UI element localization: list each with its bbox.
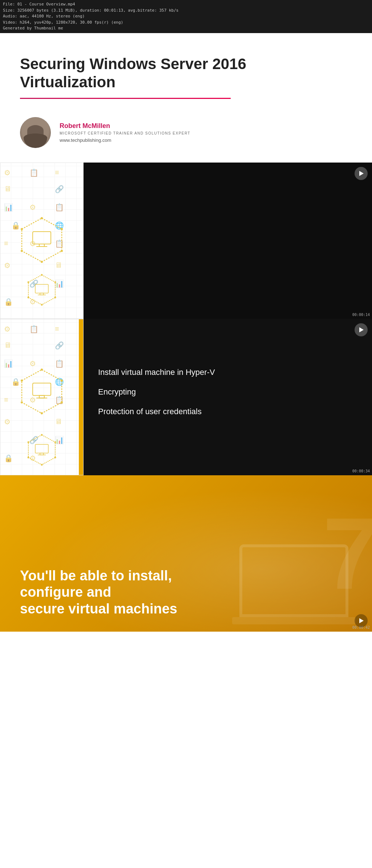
svg-rect-2 bbox=[39, 244, 44, 247]
hexagon-icon bbox=[18, 216, 65, 265]
svg-point-26 bbox=[61, 401, 63, 404]
tech-icon: 📋 bbox=[29, 325, 39, 333]
content-item-3: Protection of user credentials bbox=[98, 407, 357, 416]
content-panel-dark: Install virtual machine in Hyper-V Encry… bbox=[84, 319, 372, 475]
author-name: Robert McMillen bbox=[60, 122, 190, 130]
hexagon-icon-4 bbox=[25, 433, 58, 468]
tech-icon: 📋 bbox=[55, 359, 64, 368]
svg-point-17 bbox=[41, 304, 43, 306]
tech-icon: 🔗 bbox=[55, 185, 64, 193]
play-button-1[interactable] bbox=[355, 167, 368, 180]
hex-svg-2 bbox=[25, 273, 58, 306]
golden-heading: You'll be able to install, configure and… bbox=[20, 568, 231, 617]
svg-point-35 bbox=[54, 441, 56, 443]
svg-point-36 bbox=[54, 457, 56, 459]
tech-icon: 📊 bbox=[4, 203, 13, 212]
play-triangle-1 bbox=[359, 171, 364, 176]
timestamp-2: 00:00:34 bbox=[352, 469, 370, 473]
video-frame-1: ⚙ 📋 ≡ 🖥 🔗 📊 ⚙ 📋 🔒 🌐 ≡ ⚙ 📋 ⚙ 🖥 🔗 📊 🔒 ⚙ bbox=[0, 163, 372, 319]
title-divider bbox=[20, 98, 231, 99]
tech-icon: ⚙ bbox=[4, 325, 11, 333]
svg-rect-11 bbox=[35, 284, 48, 293]
tech-icon: ≡ bbox=[55, 168, 59, 177]
avatar bbox=[20, 117, 51, 148]
pattern-panel-2: ⚙ 📋 ≡ 🖥 🔗 📊 ⚙ 📋 🔒 🌐 ≡ ⚙ 📋 ⚙ 🖥 🔗 📊 🔒 ⚙ bbox=[0, 319, 84, 475]
svg-point-14 bbox=[41, 274, 43, 276]
video-frame-2: ⚙ 📋 ≡ 🖥 🔗 📊 ⚙ 📋 🔒 🌐 ≡ ⚙ 📋 ⚙ 🖥 🔗 📊 🔒 ⚙ bbox=[0, 319, 372, 475]
tech-icon: ⚙ bbox=[4, 168, 11, 177]
file-info-line3: Audio: aac, 44100 Hz, stereo (eng) bbox=[3, 13, 369, 20]
pattern-panel-1: ⚙ 📋 ≡ 🖥 🔗 📊 ⚙ 📋 🔒 🌐 ≡ ⚙ 📋 ⚙ 🖥 🔗 📊 🔒 ⚙ bbox=[0, 163, 84, 319]
tech-icon: 🖥 bbox=[55, 417, 62, 426]
content-item-2: Encrypting bbox=[98, 387, 357, 397]
tech-icon: 🔒 bbox=[4, 297, 13, 306]
hex-svg bbox=[18, 216, 65, 264]
svg-point-24 bbox=[41, 369, 43, 371]
hex-svg-3 bbox=[18, 368, 65, 415]
author-website: www.techpublishing.com bbox=[60, 137, 190, 143]
svg-point-38 bbox=[28, 457, 29, 459]
video-frame-3: 7 You'll be able to install, configure a… bbox=[0, 475, 372, 632]
file-info-bar: File: 01 - Course Overview.mp4 Size: 325… bbox=[0, 0, 372, 33]
course-title: Securing Windows Server 2016 Virtualizat… bbox=[20, 55, 352, 92]
svg-point-15 bbox=[54, 281, 56, 283]
svg-marker-20 bbox=[22, 370, 62, 413]
svg-point-37 bbox=[41, 464, 43, 466]
play-triangle-2 bbox=[359, 327, 364, 332]
play-button-2[interactable] bbox=[355, 323, 368, 336]
laptop-screen bbox=[239, 544, 348, 617]
tech-icon: ≡ bbox=[4, 396, 8, 404]
svg-point-16 bbox=[54, 297, 56, 299]
play-triangle-3 bbox=[359, 618, 364, 623]
tech-icon: ⚙ bbox=[29, 359, 36, 368]
svg-marker-30 bbox=[28, 435, 55, 465]
tech-icon: 🖥 bbox=[4, 185, 11, 193]
svg-point-9 bbox=[21, 228, 23, 230]
svg-point-8 bbox=[21, 250, 23, 252]
svg-point-18 bbox=[28, 297, 29, 299]
avatar-image bbox=[20, 117, 51, 148]
author-row: Robert McMillen MICROSOFT CERTIFIED TRAI… bbox=[20, 117, 352, 148]
content-item-1: Install virtual machine in Hyper-V bbox=[98, 368, 357, 377]
tech-icon: ⚙ bbox=[4, 261, 11, 270]
author-info: Robert McMillen MICROSOFT CERTIFIED TRAI… bbox=[60, 122, 190, 143]
tech-icon: ⚙ bbox=[29, 203, 36, 212]
hex-svg-4 bbox=[25, 433, 58, 466]
laptop-base bbox=[232, 617, 356, 624]
tech-icon: 📋 bbox=[55, 203, 64, 212]
svg-rect-31 bbox=[35, 444, 48, 453]
svg-point-7 bbox=[41, 261, 43, 263]
svg-rect-22 bbox=[39, 396, 44, 398]
svg-rect-21 bbox=[33, 383, 51, 396]
file-info-line1: File: 01 - Course Overview.mp4 bbox=[3, 1, 369, 8]
svg-point-4 bbox=[41, 217, 43, 219]
tech-icon: 📊 bbox=[4, 359, 13, 368]
svg-point-5 bbox=[61, 228, 63, 230]
tech-icon: 🔗 bbox=[55, 341, 64, 350]
timestamp-1: 00:00:14 bbox=[352, 313, 370, 317]
tech-icon: ⚙ bbox=[4, 417, 11, 426]
hexagon-icon-2 bbox=[25, 273, 58, 308]
title-slide: Securing Windows Server 2016 Virtualizat… bbox=[0, 33, 372, 163]
file-info-line4: Video: h264, yuv420p, 1280x720, 30.00 fp… bbox=[3, 20, 369, 26]
svg-point-29 bbox=[21, 380, 23, 382]
tech-icon: ≡ bbox=[4, 239, 8, 248]
svg-marker-0 bbox=[22, 218, 62, 262]
author-title: MICROSOFT CERTIFIED TRAINER AND SOLUTION… bbox=[60, 131, 190, 135]
golden-content: You'll be able to install, configure and… bbox=[0, 553, 251, 632]
svg-point-19 bbox=[28, 281, 29, 283]
svg-point-6 bbox=[61, 250, 63, 252]
tech-icon: 🔒 bbox=[4, 454, 13, 463]
file-info-line5: Generated by Thumbnail me bbox=[3, 25, 369, 32]
video-panel-dark-1: 00:00:14 bbox=[84, 163, 372, 319]
svg-point-39 bbox=[28, 441, 29, 443]
svg-point-28 bbox=[21, 401, 23, 404]
svg-point-27 bbox=[41, 412, 43, 415]
svg-rect-1 bbox=[33, 232, 51, 244]
tech-icon: ≡ bbox=[55, 325, 59, 333]
tech-icon: 📋 bbox=[29, 168, 39, 177]
hexagon-icon-3 bbox=[18, 368, 65, 417]
svg-point-34 bbox=[41, 434, 43, 436]
svg-marker-10 bbox=[28, 275, 55, 305]
file-info-line2: Size: 3256007 bytes (3.11 MiB), duration… bbox=[3, 8, 369, 14]
